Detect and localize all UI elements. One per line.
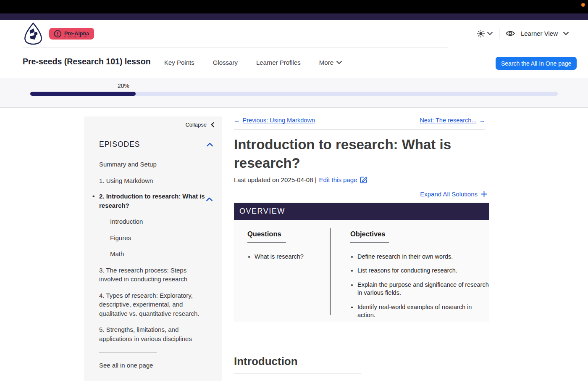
- progress-percent-label: 20%: [114, 82, 133, 89]
- nav-glossary[interactable]: Glossary: [213, 59, 238, 66]
- progress-bar-track: [30, 92, 558, 96]
- overview-header: OVERVIEW: [234, 203, 489, 220]
- introduction-section-rule: [234, 373, 361, 373]
- content-divider: [234, 129, 485, 130]
- eye-icon: [506, 30, 515, 37]
- expand-row: Expand All Solutions: [234, 190, 487, 198]
- introduction-section-heading: Introduction: [234, 355, 489, 368]
- arrow-left-icon: ←: [234, 117, 240, 124]
- site-logo[interactable]: [24, 22, 43, 45]
- last-updated-text: Last updated on 2025-04-08 |: [234, 176, 317, 183]
- main-content: ← Previous: Using Markdown Next: The res…: [234, 117, 489, 373]
- updated-meta: Last updated on 2025-04-08 | Edit this p…: [234, 176, 489, 184]
- search-all-in-one-button[interactable]: Search the All In One page: [496, 57, 577, 70]
- episodes-sidebar: Collapse EPISODES Summary and Setup 1. U…: [84, 116, 222, 381]
- pre-alpha-badge-label: Pre-Alpha: [64, 31, 89, 37]
- top-purple-strip: [0, 13, 588, 20]
- header: Pre-Alpha: [0, 20, 588, 78]
- edit-pencil-icon: [360, 176, 368, 184]
- chevron-left-icon: [210, 122, 215, 127]
- seed-egg-icon: [24, 22, 43, 45]
- arrow-right-icon: →: [479, 117, 486, 124]
- lesson-page: Pre-Alpha: [0, 0, 588, 381]
- objective-item: Define research in their own words.: [357, 253, 490, 261]
- view-mode-dropdown[interactable]: Learner View: [506, 30, 569, 37]
- collapse-label: Collapse: [185, 122, 207, 128]
- sidebar-item-summary-and-setup[interactable]: Summary and Setup: [99, 160, 207, 169]
- nav-key-points[interactable]: Key Points: [164, 59, 194, 66]
- chevron-up-icon: [207, 143, 213, 147]
- overview-column-divider: [330, 228, 331, 315]
- objective-item: Explain the purpose and significance of …: [357, 281, 490, 297]
- header-divider: [23, 47, 448, 48]
- sidebar-collapse-button[interactable]: Collapse: [185, 122, 215, 128]
- active-item-bullet: •: [92, 192, 94, 201]
- sidebar-item-strengths-limitations[interactable]: 5. Strengths, limitations, and applicati…: [99, 325, 207, 343]
- previous-episode-link[interactable]: ← Previous: Using Markdown: [234, 117, 315, 124]
- header-vertical-divider: [499, 28, 499, 39]
- expand-all-solutions-link[interactable]: Expand All Solutions: [420, 190, 487, 198]
- questions-heading: Questions: [247, 230, 325, 238]
- objectives-column: Objectives Define research in their own …: [350, 230, 490, 325]
- progress-section: 20%: [0, 78, 588, 108]
- episodes-section-toggle[interactable]: EPISODES: [99, 140, 213, 149]
- sidebar-subitem-math[interactable]: Math: [110, 249, 207, 259]
- chevron-down-icon: [487, 32, 493, 35]
- sidebar-item-research-process[interactable]: 3. The research process: Steps involved …: [99, 266, 207, 284]
- overview-body: Questions What is research? Objectives D…: [234, 220, 489, 322]
- sidebar-divider: [99, 352, 157, 353]
- episodes-heading: EPISODES: [99, 140, 140, 149]
- progress-bar-fill: [30, 92, 136, 96]
- sidebar-see-all-link[interactable]: See all in one page: [99, 362, 213, 369]
- theme-toggle[interactable]: [477, 29, 493, 38]
- sun-icon: [477, 29, 485, 38]
- header-controls: Learner View: [477, 28, 569, 39]
- overview-panel: OVERVIEW Questions What is research? Obj…: [234, 203, 489, 322]
- plus-icon: [481, 191, 487, 197]
- questions-column: Questions What is research?: [247, 230, 325, 267]
- episode-title: Introduction to research: What is resear…: [234, 135, 482, 172]
- top-black-bar: [0, 0, 588, 13]
- next-episode-link[interactable]: Next: The research... →: [420, 117, 485, 124]
- objective-item: Identify real-world examples of research…: [357, 303, 490, 320]
- chevron-down-icon: [563, 32, 569, 35]
- recording-indicator-dot: [581, 3, 585, 7]
- view-mode-label: Learner View: [521, 30, 558, 37]
- sidebar-item-using-markdown[interactable]: 1. Using Markdown: [99, 176, 207, 185]
- header-nav: Key Points Glossary Learner Profiles Mor…: [164, 59, 342, 66]
- chevron-down-icon: [336, 61, 342, 64]
- objective-item: List reasons for conducting research.: [357, 267, 490, 275]
- sidebar-subitem-introduction[interactable]: Introduction: [110, 217, 207, 226]
- questions-heading-rule: [247, 242, 286, 243]
- nav-learner-profiles[interactable]: Learner Profiles: [256, 59, 301, 66]
- prev-next-nav: ← Previous: Using Markdown Next: The res…: [234, 117, 485, 124]
- nav-more-dropdown[interactable]: More: [319, 59, 342, 66]
- site-title: Pre-seeds (Research 101) lesson: [23, 57, 151, 66]
- warning-octagon-icon: [54, 30, 61, 37]
- sidebar-item-types-of-research[interactable]: 4. Types of research: Exploratory, descr…: [99, 291, 207, 318]
- objectives-list: Define research in their own words. List…: [350, 253, 490, 320]
- sidebar-content: EPISODES Summary and Setup 1. Using Mark…: [99, 140, 213, 369]
- objectives-heading-rule: [350, 242, 389, 243]
- sidebar-item-introduction-to-research[interactable]: • 2. Introduction to research: What is r…: [99, 192, 207, 210]
- chevron-up-icon[interactable]: [206, 197, 213, 201]
- sidebar-subitem-figures[interactable]: Figures: [110, 233, 207, 243]
- pre-alpha-badge[interactable]: Pre-Alpha: [49, 28, 94, 40]
- question-item: What is research?: [255, 253, 325, 261]
- questions-list: What is research?: [247, 253, 325, 261]
- objectives-heading: Objectives: [350, 230, 490, 238]
- edit-this-page-link[interactable]: Edit this page: [319, 176, 368, 184]
